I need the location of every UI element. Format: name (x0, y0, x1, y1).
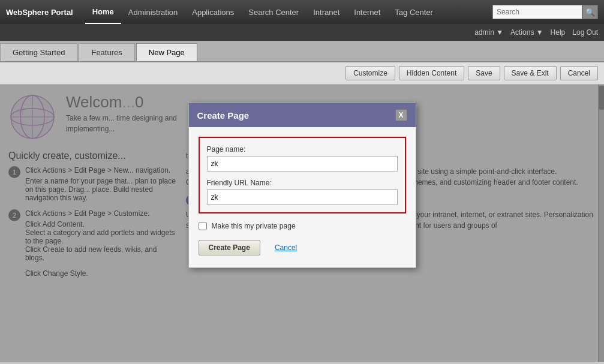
create-page-dialog: Create Page X Page name: Friendly URL Na… (188, 103, 416, 268)
nav-administration[interactable]: Administration (121, 0, 185, 24)
actions-menu[interactable]: Actions ▼ (510, 28, 543, 37)
page-name-input[interactable] (207, 156, 398, 172)
url-name-input[interactable] (207, 189, 398, 205)
logout-link[interactable]: Log Out (572, 28, 598, 37)
page-name-field-group: Page name: (207, 145, 398, 172)
nav-applications[interactable]: Applications (185, 0, 241, 24)
action-bar: Customize Hidden Content Save Save & Exi… (0, 62, 604, 85)
url-name-label: Friendly URL Name: (207, 179, 398, 187)
search-area: 🔍 (492, 5, 598, 19)
fields-box: Page name: Friendly URL Name: (199, 137, 406, 213)
modal-overlay: Create Page X Page name: Friendly URL Na… (0, 85, 604, 362)
private-page-row: Make this my private page (199, 222, 406, 230)
modal-footer: Create Page Cancel (199, 240, 406, 258)
search-button[interactable]: 🔍 (582, 5, 598, 19)
modal-body: Page name: Friendly URL Name: Make this … (189, 127, 416, 267)
cancel-button[interactable]: Cancel (560, 66, 598, 80)
nav-tag-center[interactable]: Tag Center (387, 0, 440, 24)
tab-bar: Getting Started Features New Page (0, 41, 604, 62)
nav-links: Home Administration Applications Search … (85, 0, 492, 24)
save-exit-button[interactable]: Save & Exit (504, 66, 557, 80)
page-name-label: Page name: (207, 145, 398, 154)
hidden-content-button[interactable]: Hidden Content (399, 66, 464, 80)
private-page-label: Make this my private page (212, 222, 296, 230)
user-bar: admin ▼ Actions ▼ Help Log Out (0, 24, 604, 41)
url-name-field-group: Friendly URL Name: (207, 179, 398, 205)
tab-features[interactable]: Features (79, 43, 134, 61)
app-logo: WebSphere Portal (6, 8, 73, 17)
modal-header: Create Page X (189, 103, 416, 127)
tab-getting-started[interactable]: Getting Started (0, 43, 77, 61)
main-content: Welcom...0 Take a few m... time designin… (0, 85, 604, 362)
nav-home[interactable]: Home (85, 0, 121, 24)
tab-new-page[interactable]: New Page (136, 43, 197, 61)
help-link[interactable]: Help (551, 28, 566, 37)
modal-close-button[interactable]: X (395, 109, 407, 121)
search-input[interactable] (492, 5, 582, 19)
top-navigation: WebSphere Portal Home Administration App… (0, 0, 604, 24)
nav-search-center[interactable]: Search Center (241, 0, 306, 24)
nav-internet[interactable]: Internet (347, 0, 387, 24)
customize-button[interactable]: Customize (345, 66, 395, 80)
create-page-button[interactable]: Create Page (199, 240, 260, 255)
nav-intranet[interactable]: Intranet (306, 0, 347, 24)
modal-title: Create Page (197, 110, 250, 121)
private-page-checkbox[interactable] (199, 222, 207, 230)
admin-menu[interactable]: admin ▼ (474, 28, 503, 37)
save-button[interactable]: Save (468, 66, 500, 80)
modal-cancel-button[interactable]: Cancel (265, 240, 306, 255)
